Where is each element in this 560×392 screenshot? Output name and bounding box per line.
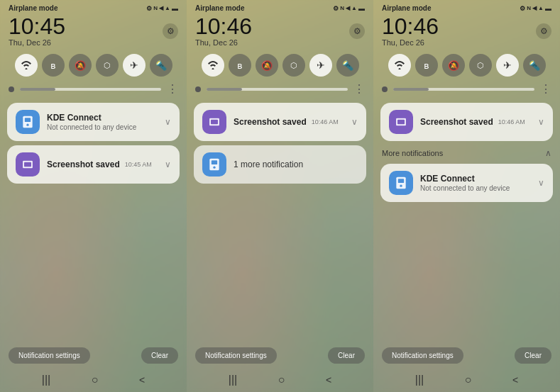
kde-connect-chevron-1[interactable]: ∨ (165, 117, 171, 127)
settings-gear-2[interactable]: ⚙ (349, 23, 365, 39)
kde-connect-chevron-3[interactable]: ∨ (538, 178, 544, 188)
nfc-toggle-2[interactable]: ⬡ (282, 54, 305, 77)
mute-icon-3: 🔕 (448, 60, 459, 71)
bluetooth-icon-3: ʙ (424, 60, 429, 71)
more-notification-card-2[interactable]: 1 more notification (194, 145, 366, 184)
flashlight-icon-1: 🔦 (155, 60, 167, 71)
notification-settings-button-1[interactable]: Notification settings (9, 347, 90, 364)
nav-home-2[interactable]: ○ (278, 374, 285, 386)
mute-toggle-1[interactable]: 🔕 (69, 54, 92, 77)
nav-back-3[interactable]: < (512, 374, 518, 386)
brightness-dot-3 (382, 86, 388, 92)
brightness-row-1: ⋮ (0, 81, 187, 100)
flashlight-toggle-1[interactable]: 🔦 (150, 54, 172, 77)
kde-connect-icon-3 (389, 171, 413, 195)
flashlight-toggle-3[interactable]: 🔦 (523, 54, 546, 77)
more-notif-icon-2 (202, 152, 226, 177)
bottom-bar-3: Notification settings Clear (373, 342, 560, 371)
notification-kde-1[interactable]: KDE Connect Not connected to any device … (7, 103, 180, 141)
nav-recents-1[interactable]: ||| (42, 374, 50, 386)
svg-rect-10 (212, 160, 217, 164)
mute-toggle-2[interactable]: 🔕 (256, 54, 278, 77)
bluetooth-toggle-2[interactable]: ʙ (229, 54, 251, 77)
screenshot-title-3: Screenshot saved 10:46 AM (420, 117, 531, 127)
flashlight-toggle-2[interactable]: 🔦 (336, 54, 359, 77)
nfc-toggle-3[interactable]: ⬡ (469, 54, 492, 77)
notification-settings-button-2[interactable]: Notification settings (195, 347, 277, 364)
brightness-row-2: ⋮ (187, 81, 373, 100)
nfc-toggle-1[interactable]: ⬡ (96, 54, 119, 77)
airplane-icon-1: ✈ (130, 60, 138, 71)
airplane-mode-label-3: Airplane mode (382, 4, 431, 12)
notification-screenshot-1[interactable]: Screenshot saved 10:45 AM ∨ (7, 145, 180, 184)
quick-toggles-3: ʙ 🔕 ⬡ ✈ 🔦 (373, 51, 560, 81)
nav-recents-3[interactable]: ||| (415, 374, 424, 386)
nav-bar-1: ||| ○ < (0, 371, 187, 392)
kde-connect-subtitle-1: Not connected to any device (47, 123, 158, 131)
screenshot-chevron-3[interactable]: ∨ (538, 117, 544, 127)
status-icon-n-3: N (527, 5, 531, 11)
nav-home-3[interactable]: ○ (465, 374, 472, 386)
screenshot-content-3: Screenshot saved 10:46 AM (420, 117, 531, 127)
status-icon-wifi-bars-1: ◀ (159, 5, 163, 11)
screenshot-icon-1 (16, 152, 40, 177)
nav-back-2[interactable]: < (326, 374, 331, 386)
brightness-slider-1[interactable] (20, 88, 161, 91)
status-icons-2: ⚙ N ◀ ▲ ▬ (333, 5, 365, 12)
brightness-slider-3[interactable] (393, 88, 534, 91)
wifi-toggle-1[interactable] (15, 54, 38, 77)
time-row-3: 10:46 Thu, Dec 26 ⚙ (373, 13, 560, 51)
clear-button-1[interactable]: Clear (141, 347, 178, 364)
svg-rect-1 (25, 118, 31, 122)
brightness-menu-icon-3[interactable]: ⋮ (540, 82, 551, 96)
notification-shade-3: Airplane mode ⚙ N ◀ ▲ ▬ 10:46 Thu, Dec 2… (373, 0, 560, 392)
svg-rect-8 (211, 120, 218, 125)
notification-screenshot-3[interactable]: Screenshot saved 10:46 AM ∨ (380, 103, 553, 141)
status-bar-1: Airplane mode ⚙ N ◀ ▲ ▬ (0, 0, 187, 13)
status-icon-settings-1: ⚙ (146, 5, 152, 12)
status-icons-3: ⚙ N ◀ ▲ ▬ (520, 5, 551, 12)
more-notifications-label-3: More notifications (382, 149, 443, 157)
phone-panel-3: Airplane mode ⚙ N ◀ ▲ ▬ 10:46 Thu, Dec 2… (373, 0, 560, 392)
wifi-toggle-3[interactable] (388, 54, 411, 77)
bluetooth-toggle-3[interactable]: ʙ (415, 54, 438, 77)
screenshot-time-1: 10:45 AM (125, 161, 152, 168)
airplane-toggle-3[interactable]: ✈ (496, 54, 519, 77)
nav-home-1[interactable]: ○ (92, 374, 99, 386)
notification-screenshot-2[interactable]: Screenshot saved 10:46 AM ∨ (194, 103, 366, 141)
notification-kde-3[interactable]: KDE Connect Not connected to any device … (380, 164, 553, 202)
collapse-icon-3[interactable]: ∧ (545, 148, 551, 158)
wifi-toggle-2[interactable] (202, 54, 224, 77)
clear-button-2[interactable]: Clear (328, 347, 365, 364)
status-icon-n-1: N (153, 5, 158, 11)
more-notifications-header-3[interactable]: More notifications ∧ (380, 145, 553, 159)
svg-point-2 (26, 124, 28, 126)
screenshot-title-2: Screenshot saved 10:46 AM (234, 117, 344, 127)
brightness-menu-icon-2[interactable]: ⋮ (353, 82, 365, 96)
bluetooth-toggle-1[interactable]: ʙ (42, 54, 65, 77)
screenshot-icon-3 (389, 110, 413, 134)
brightness-menu-icon-1[interactable]: ⋮ (167, 82, 178, 96)
notification-shade-1: Airplane mode ⚙ N ◀ ▲ ▬ 10:45 Thu, Dec 2… (0, 0, 187, 392)
airplane-toggle-1[interactable]: ✈ (123, 54, 146, 77)
status-icon-battery-1: ▬ (172, 5, 178, 12)
nav-recents-2[interactable]: ||| (229, 374, 237, 386)
settings-gear-3[interactable]: ⚙ (536, 23, 551, 39)
svg-point-17 (400, 185, 402, 187)
time-date-group-1: 10:45 Thu, Dec 26 (9, 15, 65, 47)
kde-connect-content-3: KDE Connect Not connected to any device (420, 174, 531, 192)
clear-button-3[interactable]: Clear (515, 347, 551, 364)
brightness-dot-2 (195, 86, 201, 92)
bluetooth-icon-2: ʙ (237, 60, 243, 71)
settings-gear-1[interactable]: ⚙ (163, 23, 178, 39)
screenshot-chevron-1[interactable]: ∨ (165, 159, 171, 169)
mute-toggle-3[interactable]: 🔕 (442, 54, 465, 77)
brightness-dot-1 (9, 86, 14, 92)
brightness-slider-2[interactable] (207, 88, 348, 91)
nav-bar-2: ||| ○ < (187, 371, 373, 392)
screenshot-chevron-2[interactable]: ∨ (351, 117, 358, 127)
phone-panel-1: Airplane mode ⚙ N ◀ ▲ ▬ 10:45 Thu, Dec 2… (0, 0, 187, 392)
nav-back-1[interactable]: < (139, 374, 145, 386)
notification-settings-button-3[interactable]: Notification settings (382, 347, 463, 364)
airplane-toggle-2[interactable]: ✈ (309, 54, 332, 77)
